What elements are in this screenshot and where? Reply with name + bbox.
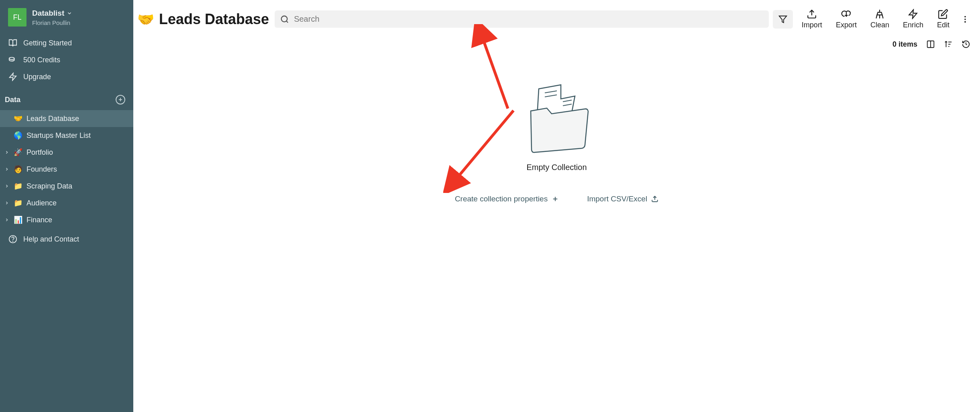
search-box[interactable] <box>275 10 769 28</box>
sidebar-item-credits[interactable]: 500 Credits <box>0 51 133 68</box>
edit-icon <box>938 9 948 19</box>
upload-icon <box>807 9 817 19</box>
data-item-leads-database[interactable]: 🤝 Leads Database <box>0 110 133 127</box>
sidebar-item-getting-started[interactable]: Getting Started <box>0 35 133 51</box>
layout-button[interactable] <box>926 40 935 49</box>
sidebar-item-label: Help and Contact <box>23 235 79 244</box>
chevron-right-icon <box>4 184 10 189</box>
data-item-label: Portfolio <box>26 148 53 157</box>
sidebar-item-label: 500 Credits <box>23 56 60 64</box>
svg-line-5 <box>286 21 288 23</box>
empty-state: Empty Collection Create collection prope… <box>133 49 980 412</box>
data-item-portfolio[interactable]: 🚀 Portfolio <box>0 144 133 161</box>
export-button[interactable]: Export <box>831 9 862 29</box>
subbar: 0 items <box>133 33 980 49</box>
folder-icon: 📁 <box>14 199 22 207</box>
title-block: 🤝 Leads Database <box>137 11 271 28</box>
download-cloud-icon <box>841 9 852 19</box>
action-label: Edit <box>937 21 949 29</box>
coins-icon <box>8 55 18 64</box>
action-label: Clean <box>870 21 889 29</box>
folder-icon: 📁 <box>14 182 22 191</box>
search-input[interactable] <box>294 14 763 24</box>
svg-point-3 <box>13 241 13 242</box>
sidebar-item-upgrade[interactable]: Upgrade <box>0 68 133 85</box>
svg-marker-6 <box>779 16 786 23</box>
help-icon <box>8 235 18 244</box>
svg-marker-9 <box>909 10 917 18</box>
chevron-right-icon <box>4 150 10 155</box>
item-count: 0 items <box>892 40 917 49</box>
svg-point-10 <box>964 16 966 17</box>
chart-icon: 📊 <box>14 215 22 224</box>
data-item-label: Finance <box>26 216 52 224</box>
globe-icon: 🌎 <box>14 131 22 140</box>
data-section-header: Data + <box>0 89 133 110</box>
sidebar-nav: Getting Started 500 Credits Upgrade <box>0 31 133 89</box>
handshake-icon: 🤝 <box>137 11 154 27</box>
chevron-right-icon <box>4 201 10 205</box>
action-label: Enrich <box>903 21 923 29</box>
sidebar-item-help[interactable]: Help and Contact <box>0 231 133 248</box>
data-item-audience[interactable]: 📁 Audience <box>0 195 133 211</box>
bolt-icon <box>8 72 18 81</box>
import-csv-button[interactable]: Import CSV/Excel <box>587 195 658 203</box>
action-label: Import <box>802 21 822 29</box>
topbar: 🤝 Leads Database Import Export <box>133 0 980 33</box>
workspace-header: FL Datablist Florian Poullin <box>0 0 133 31</box>
clean-button[interactable]: Clean <box>866 9 894 29</box>
sidebar-item-label: Upgrade <box>23 73 51 81</box>
data-item-startups[interactable]: 🌎 Startups Master List <box>0 127 133 144</box>
link-label: Create collection properties <box>455 195 548 203</box>
handshake-icon: 🤝 <box>14 114 22 123</box>
workspace-name: Datablist <box>32 9 64 18</box>
data-item-founders[interactable]: 🧑 Founders <box>0 161 133 178</box>
upload-icon <box>651 195 658 203</box>
more-vertical-icon <box>961 15 970 24</box>
data-item-scraping[interactable]: 📁 Scraping Data <box>0 178 133 195</box>
workspace-user: Florian Poullin <box>32 19 72 26</box>
sidebar: FL Datablist Florian Poullin Getting Sta… <box>0 0 133 412</box>
link-label: Import CSV/Excel <box>587 195 647 203</box>
workspace-switcher[interactable]: Datablist <box>32 9 72 18</box>
empty-folder-icon <box>523 77 591 153</box>
book-icon <box>8 39 18 47</box>
data-item-label: Scraping Data <box>26 182 72 191</box>
action-label: Export <box>836 21 857 29</box>
plus-icon <box>552 195 559 203</box>
broom-icon <box>874 9 885 19</box>
person-icon: 🧑 <box>14 165 22 174</box>
data-item-label: Founders <box>26 165 57 174</box>
data-item-finance[interactable]: 📊 Finance <box>0 211 133 228</box>
page-title: Leads Database <box>159 11 269 28</box>
svg-point-12 <box>964 21 966 23</box>
sidebar-item-label: Getting Started <box>23 39 72 47</box>
empty-actions: Create collection properties Import CSV/… <box>455 195 658 203</box>
data-items: 🤝 Leads Database 🌎 Startups Master List … <box>0 110 133 228</box>
enrich-button[interactable]: Enrich <box>898 9 928 29</box>
edit-button[interactable]: Edit <box>932 9 954 29</box>
data-item-label: Startups Master List <box>26 131 91 140</box>
svg-point-11 <box>964 18 966 20</box>
chevron-right-icon <box>4 217 10 222</box>
filter-icon <box>778 15 787 24</box>
avatar: FL <box>8 8 26 27</box>
empty-title: Empty Collection <box>526 163 587 172</box>
data-section-label: Data <box>5 96 20 104</box>
chevron-right-icon <box>4 167 10 172</box>
create-properties-button[interactable]: Create collection properties <box>455 195 559 203</box>
filter-button[interactable] <box>773 10 793 29</box>
data-item-label: Audience <box>26 199 57 207</box>
main-content: 🤝 Leads Database Import Export <box>133 0 980 412</box>
svg-point-4 <box>281 16 287 22</box>
rocket-icon: 🚀 <box>14 148 22 157</box>
import-button[interactable]: Import <box>797 9 827 29</box>
svg-point-0 <box>9 57 14 60</box>
more-button[interactable] <box>958 15 972 24</box>
history-button[interactable] <box>962 40 970 49</box>
sort-button[interactable] <box>944 40 953 49</box>
chevron-down-icon <box>67 10 72 16</box>
add-collection-button[interactable]: + <box>116 95 125 105</box>
search-icon <box>280 15 289 24</box>
svg-marker-1 <box>10 73 16 80</box>
